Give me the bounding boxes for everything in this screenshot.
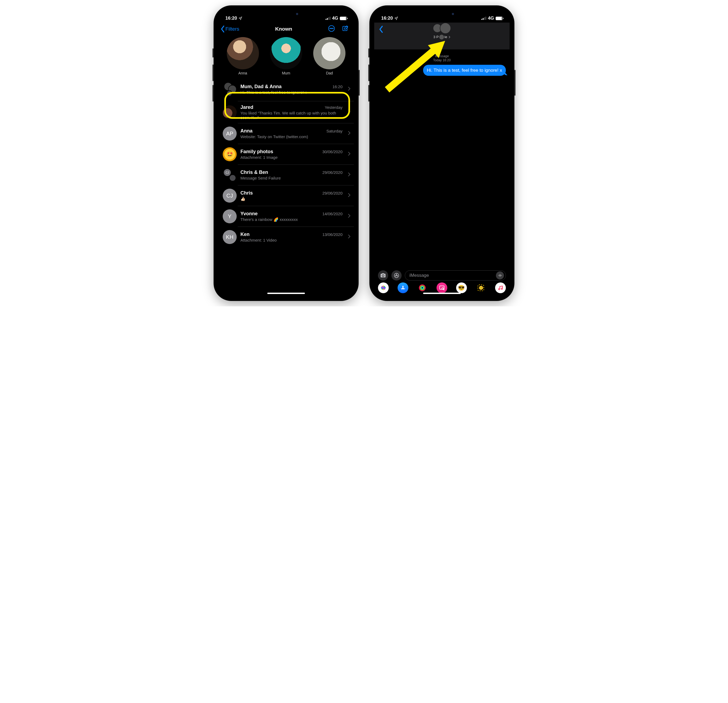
camera-button[interactable] — [378, 270, 388, 281]
timestamp: iMessage Today 16:20 — [378, 54, 506, 62]
chevron-right-icon — [348, 214, 351, 219]
filters-label: Filters — [225, 26, 239, 32]
conversation-row[interactable]: AP Anna Saturday Website: Tasty on Twitt… — [218, 123, 354, 144]
service-label: iMessage — [378, 54, 506, 58]
chat-title-button[interactable]: 3 People — [433, 23, 451, 39]
chevron-right-icon — [348, 234, 351, 240]
conversation-time: 29/06/2020 — [322, 191, 342, 195]
conversation-preview: 👍🏻 — [240, 197, 342, 201]
conversation-row[interactable]: Y Yvonne 14/06/2020 There's a rainbow 🌈 … — [218, 206, 354, 227]
appstore-a-icon — [400, 285, 406, 291]
timestamp-text: Today 16:20 — [433, 58, 451, 62]
status-time: 16:20 — [225, 16, 237, 21]
chevron-right-icon — [448, 35, 451, 39]
avatar — [223, 82, 237, 96]
nav-bar: Filters Known — [218, 23, 354, 35]
chat-scroll-area[interactable]: iMessage Today 16:20 Hi. This is a test,… — [374, 49, 510, 266]
chevron-right-icon — [348, 131, 351, 136]
appstore-strip-icon[interactable] — [397, 282, 408, 293]
pinned-label: Dad — [326, 71, 333, 75]
svg-point-2 — [331, 28, 332, 29]
home-indicator[interactable] — [267, 293, 305, 294]
battery-icon — [340, 17, 347, 20]
conversation-time: 29/06/2020 — [322, 170, 342, 175]
memoji-app-icon[interactable]: 😎 — [456, 282, 467, 293]
chevron-right-icon — [348, 193, 351, 198]
conversation-preview: Hi. This is a test, feel free to ignore!… — [240, 90, 342, 95]
avatar: 🤩 — [223, 147, 237, 161]
conversation-preview: Attachment: 1 Image — [240, 155, 342, 160]
avatar: AP — [223, 127, 237, 140]
home-indicator[interactable] — [423, 293, 461, 294]
conversation-name: Jared — [240, 104, 253, 110]
group-avatars — [433, 23, 451, 34]
conversation-preview: Website: Tasty on Twitter (twitter.com) — [240, 135, 342, 139]
animoji-app-icon[interactable]: 🙂 — [475, 282, 486, 293]
appstore-button[interactable] — [391, 270, 402, 281]
waveform-icon — [498, 273, 502, 278]
battery-icon — [495, 17, 503, 20]
pinned-row: Anna Mum Dad — [218, 35, 354, 77]
avatar: CJ — [223, 168, 237, 182]
notch — [414, 10, 470, 19]
photos-icon — [380, 284, 387, 291]
svg-text:🙂: 🙂 — [479, 286, 484, 290]
conversation-name: Chris — [240, 190, 253, 196]
pinned-contact-dad[interactable]: Dad — [313, 37, 345, 75]
conversation-row[interactable]: KH Ken 13/06/2020 Attachment: 1 Video — [218, 227, 354, 247]
app-strip[interactable]: 😎 🙂 — [374, 282, 510, 294]
pinned-contact-anna[interactable]: Anna — [227, 37, 259, 75]
phone-frame-left: 16:20 4G Filters Known — [214, 5, 359, 301]
audio-record-button[interactable] — [496, 271, 504, 279]
appstore-icon — [394, 272, 399, 278]
message-placeholder: iMessage — [409, 273, 429, 278]
pinned-label: Anna — [238, 71, 247, 75]
sent-message-bubble[interactable]: Hi. This is a test, feel free to ignore!… — [423, 65, 506, 76]
memoji-icon: 😎 — [458, 285, 465, 291]
message-input[interactable]: iMessage — [405, 270, 506, 281]
conversation-name: Family photos — [240, 149, 273, 155]
location-icon — [238, 16, 242, 20]
phone-frame-right: 16:20 4G 3 People — [369, 5, 514, 301]
status-time: 16:20 — [381, 16, 393, 21]
conversation-row[interactable]: 🤩 Family photos 30/06/2020 Attachment: 1… — [218, 144, 354, 165]
conversation-list[interactable]: Mum, Dad & Anna 16:20 Hi. This is a test… — [218, 77, 354, 247]
activity-rings-icon — [419, 284, 426, 292]
avatar: Y — [223, 209, 237, 223]
conversation-time: Saturday — [326, 129, 342, 133]
animoji-icon: 🙂 — [476, 283, 485, 292]
filters-button[interactable]: Filters — [220, 25, 239, 33]
music-app-icon[interactable] — [495, 282, 506, 293]
conversation-row[interactable]: CJ Chris 29/06/2020 👍🏻 — [218, 185, 354, 206]
conversation-name: Anna — [240, 128, 253, 134]
svg-rect-10 — [500, 274, 500, 276]
compose-icon — [342, 25, 349, 32]
conversation-row[interactable]: CJ Chris & Ben 29/06/2020 Message Send F… — [218, 165, 354, 185]
conversation-name: Chris & Ben — [240, 169, 268, 175]
conversation-time: Yesterday — [325, 105, 342, 110]
svg-point-3 — [332, 28, 334, 29]
back-button[interactable] — [378, 24, 384, 35]
avatar — [270, 37, 302, 69]
conversation-name: Yvonne — [240, 211, 258, 217]
conversation-preview: Message Send Failure — [240, 176, 342, 180]
search-images-app-icon[interactable] — [436, 282, 447, 293]
notch — [258, 10, 314, 19]
chevron-right-icon — [348, 110, 351, 115]
conversation-preview: There's a rainbow 🌈 xxxxxxxxx — [240, 217, 342, 222]
avatar: KH — [223, 230, 237, 244]
signal-icon — [481, 17, 486, 20]
conversation-row[interactable]: Mum, Dad & Anna 16:20 Hi. This is a test… — [218, 77, 354, 101]
more-button[interactable] — [328, 25, 335, 33]
conversation-time: 13/06/2020 — [322, 232, 342, 237]
location-icon — [394, 16, 398, 20]
compose-button[interactable] — [342, 25, 349, 33]
avatar — [227, 37, 259, 69]
activity-app-icon[interactable] — [417, 282, 428, 293]
pinned-contact-mum[interactable]: Mum — [270, 37, 302, 75]
conversation-row[interactable]: Jared Yesterday You liked “Thanks Tim. W… — [218, 101, 354, 123]
signal-icon — [326, 17, 331, 20]
conversation-name: Mum, Dad & Anna — [240, 84, 282, 90]
conversation-time: 14/06/2020 — [322, 211, 342, 216]
photos-app-icon[interactable] — [378, 282, 389, 293]
